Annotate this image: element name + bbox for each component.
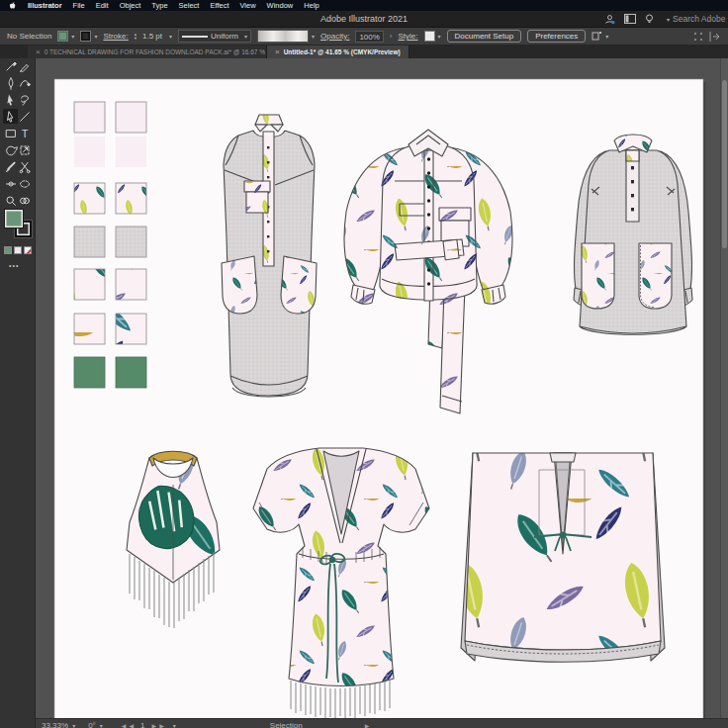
menu-effect[interactable]: Effect bbox=[210, 1, 228, 10]
search-placeholder: Search Adobe... bbox=[673, 14, 726, 24]
menu-file[interactable]: File bbox=[73, 1, 85, 10]
document-tab-bar: × 0 TECHNICAL DRAWING FOR FASHION DOWNLO… bbox=[0, 46, 728, 58]
fill-stroke-indicator[interactable] bbox=[4, 209, 34, 240]
account-icon[interactable] bbox=[604, 14, 615, 25]
paintbrush-tool[interactable] bbox=[7, 62, 16, 70]
first-artboard-icon[interactable]: ◀ bbox=[122, 722, 127, 728]
vertical-scrollbar[interactable] bbox=[720, 58, 728, 718]
none-mode-button[interactable] bbox=[24, 246, 32, 254]
edit-toolbar-button[interactable]: ••• bbox=[9, 262, 19, 269]
collapse-panels-icon[interactable] bbox=[709, 32, 721, 42]
gradient-mode-button[interactable] bbox=[14, 246, 22, 254]
rotation-value: 0° bbox=[88, 721, 96, 728]
stroke-color-swatch bbox=[80, 31, 91, 42]
variable-width-profile-dropdown[interactable]: Uniform ▾ bbox=[178, 30, 251, 43]
search-caret-icon: ▾ bbox=[667, 16, 670, 23]
stroke-color-dropdown[interactable]: ▾ bbox=[80, 31, 97, 42]
stroke-weight-value[interactable]: 1.5 pt bbox=[142, 32, 162, 41]
close-icon[interactable]: × bbox=[275, 47, 280, 56]
current-tool-name: Selection bbox=[270, 721, 303, 728]
canvas[interactable] bbox=[36, 58, 728, 728]
menu-edit[interactable]: Edit bbox=[96, 1, 109, 10]
caret-icon: ▾ bbox=[173, 722, 176, 728]
touch-workspace-icon[interactable] bbox=[693, 32, 703, 42]
tab-label: Untitled-1* @ 41.65 % (CMYK/Preview) bbox=[284, 48, 401, 55]
play-icon: ▶ bbox=[365, 722, 370, 728]
menu-help[interactable]: Help bbox=[304, 1, 318, 10]
artboard-navigation[interactable]: ◀ ◀ 1 ▶ ▶ ▾ bbox=[122, 721, 176, 728]
discover-lightbulb-icon[interactable] bbox=[645, 14, 654, 25]
isolate-selected-dropdown[interactable]: ▾ bbox=[592, 31, 608, 42]
caret-icon[interactable]: ▾ bbox=[169, 33, 172, 40]
document-tab-untitled-1[interactable]: × Untitled-1* @ 41.65 % (CMYK/Preview) bbox=[267, 46, 410, 58]
menu-type[interactable]: Type bbox=[151, 1, 167, 10]
menu-view[interactable]: View bbox=[239, 1, 255, 10]
rotate-tool[interactable] bbox=[7, 146, 18, 155]
lasso-tool[interactable] bbox=[22, 96, 29, 105]
preferences-button[interactable]: Preferences bbox=[527, 30, 586, 43]
scissors-tool[interactable] bbox=[20, 162, 30, 172]
fill-color-swatch bbox=[57, 31, 68, 42]
caret-icon: ▾ bbox=[72, 722, 75, 728]
curvature-tool[interactable] bbox=[21, 81, 31, 86]
artboard-number: 1 bbox=[136, 721, 148, 728]
width-tool[interactable] bbox=[6, 182, 15, 186]
shape-builder-tool[interactable] bbox=[21, 198, 30, 204]
color-mode-button[interactable] bbox=[4, 246, 12, 254]
stroke-weight-stepper[interactable]: ▴▾ bbox=[135, 33, 136, 41]
document-tab-technical-drawing[interactable]: × 0 TECHNICAL DRAWING FOR FASHION DOWNLO… bbox=[28, 46, 267, 58]
style-panel-link[interactable]: Style: bbox=[399, 32, 418, 41]
zoom-level-dropdown[interactable]: 33.33% ▾ bbox=[42, 721, 75, 728]
pencil-tool[interactable] bbox=[21, 64, 29, 71]
menu-select[interactable]: Select bbox=[179, 1, 200, 10]
pen-tool[interactable] bbox=[9, 78, 13, 89]
document-setup-button[interactable]: Document Setup bbox=[447, 30, 522, 43]
caret-icon: ▾ bbox=[312, 33, 315, 40]
eyedropper-tool[interactable] bbox=[6, 163, 14, 172]
selection-tool[interactable] bbox=[7, 95, 13, 106]
zoom-tool[interactable] bbox=[7, 197, 15, 205]
isolate-icon bbox=[592, 31, 602, 42]
scrollbar-thumb[interactable] bbox=[722, 80, 727, 248]
caret-icon: ▾ bbox=[100, 722, 103, 728]
app-title-bar: Adobe Illustrator 2021 ▾ Search Adobe... bbox=[0, 11, 728, 28]
garment-sleeveless-midi-shirt-dress[interactable] bbox=[222, 115, 317, 397]
caret-icon: ▾ bbox=[605, 33, 608, 40]
stroke-panel-link[interactable]: Stroke: bbox=[103, 32, 128, 41]
garment-grey-shirt-dress-patch-pockets[interactable] bbox=[574, 135, 692, 334]
style-swatch bbox=[424, 31, 435, 42]
opacity-value[interactable]: 100% bbox=[355, 31, 383, 43]
fill-proxy[interactable] bbox=[4, 209, 24, 228]
menu-object[interactable]: Object bbox=[120, 1, 141, 10]
apple-icon[interactable] bbox=[8, 1, 17, 10]
rotation-dropdown[interactable]: 0° ▾ bbox=[88, 721, 103, 728]
free-transform-tool[interactable] bbox=[21, 146, 29, 154]
caret-icon: ▾ bbox=[71, 33, 74, 40]
opacity-panel-link[interactable]: Opacity: bbox=[320, 32, 349, 41]
search-field[interactable]: ▾ Search Adobe... bbox=[663, 14, 726, 24]
brush-definition-dropdown[interactable]: ▾ bbox=[257, 30, 315, 43]
workspace-switcher-icon[interactable] bbox=[624, 14, 636, 24]
menu-window[interactable]: Window bbox=[267, 1, 294, 10]
status-tool-indicator[interactable]: Selection ▶ bbox=[270, 721, 370, 728]
caret-icon: ▾ bbox=[438, 33, 441, 40]
macos-menu-bar: Illustrator File Edit Object Type Select… bbox=[0, 0, 728, 11]
rectangle-tool[interactable] bbox=[7, 131, 16, 137]
brush-preview bbox=[257, 30, 309, 43]
chevron-right-icon[interactable]: › bbox=[390, 32, 393, 41]
ellipse-tool[interactable] bbox=[21, 181, 30, 187]
style-dropdown[interactable]: ▾ bbox=[424, 31, 441, 42]
control-bar: No Selection ▾ ▾ Stroke: ▴▾ 1.5 pt ▾ Uni… bbox=[0, 28, 728, 46]
next-artboard-icon[interactable]: ▶ bbox=[152, 722, 157, 728]
zoom-value: 33.33% bbox=[42, 721, 68, 728]
profile-label: Uniform bbox=[211, 32, 240, 41]
caret-icon: ▾ bbox=[94, 33, 97, 40]
fill-color-dropdown[interactable]: ▾ bbox=[57, 31, 74, 42]
garment-leaf-print-boxy-poncho[interactable] bbox=[461, 453, 665, 662]
last-artboard-icon[interactable]: ▶ bbox=[159, 722, 164, 728]
prev-artboard-icon[interactable]: ◀ bbox=[129, 722, 134, 728]
close-icon[interactable]: × bbox=[36, 47, 41, 56]
line-segment-tool[interactable] bbox=[21, 113, 29, 121]
type-tool[interactable]: T bbox=[22, 128, 29, 139]
menu-illustrator[interactable]: Illustrator bbox=[28, 1, 62, 10]
